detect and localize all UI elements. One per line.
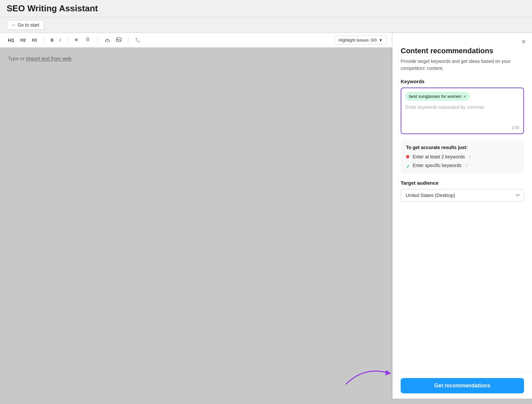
highlight-issues-button[interactable]: Highlight issues 0/0 ▼ — [334, 36, 387, 45]
toolbar-divider-2 — [67, 37, 68, 44]
get-recommendations-button[interactable]: Get recommendations — [401, 378, 524, 393]
import-link[interactable]: Import text from web — [26, 56, 71, 61]
main-layout: H1 H2 H3 B I ≣ ☰ — [0, 33, 532, 399]
editor-toolbar: H1 H2 H3 B I ≣ ☰ — [0, 33, 392, 48]
hamburger-button[interactable]: ≡ — [520, 37, 527, 47]
highlight-issues-label: Highlight issues — [338, 38, 369, 43]
go-to-start-button[interactable]: ← Go to start — [7, 20, 44, 30]
keywords-label: Keywords — [401, 79, 524, 84]
tips-box: To get accurate results just: Enter at l… — [401, 139, 524, 173]
editor-area: H1 H2 H3 B I ≣ ☰ — [0, 33, 392, 399]
keywords-input-box[interactable]: best sunglasses for women × Enter keywor… — [401, 88, 524, 134]
top-bar: SEO Writing Assistant — [0, 0, 532, 17]
toolbar-divider-1 — [44, 37, 44, 44]
svg-text:≣: ≣ — [74, 37, 78, 42]
panel-title: Content recommendations — [401, 47, 524, 55]
tip-1: Enter at least 2 keywords i — [406, 154, 519, 159]
svg-text:☰: ☰ — [86, 37, 90, 42]
keyword-tag-remove-button[interactable]: × — [464, 94, 466, 99]
keywords-counter: 1/30 — [512, 125, 519, 130]
nav-bar: ← Go to start — [0, 17, 532, 33]
list-group: ≣ ☰ — [72, 36, 94, 44]
placeholder-text: Type or — [8, 56, 26, 61]
tip-1-dot — [406, 155, 409, 158]
unordered-list-button[interactable]: ☰ — [83, 36, 94, 44]
panel-footer: Get recommendations — [393, 372, 532, 399]
format-group: B I — [48, 36, 64, 44]
toolbar-divider-4 — [128, 37, 128, 44]
tip-2-text: Enter specific keywords — [413, 163, 462, 168]
ordered-list-button[interactable]: ≣ — [72, 36, 82, 44]
image-button[interactable] — [113, 36, 124, 44]
tip-1-text: Enter at least 2 keywords — [413, 154, 465, 159]
heading-group: H1 H2 H3 — [5, 36, 40, 44]
audience-select[interactable]: United States (Desktop) United Kingdom (… — [401, 189, 524, 202]
link-button[interactable] — [102, 36, 113, 44]
panel-content: Content recommendations Provide target k… — [393, 47, 532, 372]
editor-content[interactable]: Type or Import text from web — [0, 48, 392, 399]
keywords-placeholder: Enter keywords separated by commas — [405, 104, 519, 110]
highlight-chevron-icon: ▼ — [379, 38, 383, 43]
tip-1-info[interactable]: i — [469, 154, 470, 159]
editor-placeholder: Type or Import text from web — [8, 56, 71, 61]
keyword-tag: best sunglasses for women × — [405, 92, 470, 101]
panel-description: Provide target keywords and get ideas ba… — [401, 58, 524, 72]
tip-2: ✓ Enter specific keywords i — [406, 163, 519, 168]
clear-format-button[interactable]: Tx — [132, 36, 142, 45]
tip-2-checkmark: ✓ — [406, 164, 409, 167]
app-title: SEO Writing Assistant — [7, 3, 98, 14]
bold-button[interactable]: B — [48, 36, 56, 44]
insert-group — [102, 36, 124, 44]
italic-button[interactable]: I — [57, 36, 64, 44]
keyword-tag-text: best sunglasses for women — [409, 94, 462, 99]
tips-title: To get accurate results just: — [406, 145, 519, 150]
right-panel: ≡ Content recommendations Provide target… — [392, 33, 532, 399]
target-audience-label: Target audience — [401, 180, 524, 186]
panel-header: ≡ — [393, 33, 532, 47]
tip-2-info[interactable]: i — [466, 163, 467, 168]
h1-button[interactable]: H1 — [5, 36, 17, 44]
target-audience-section: Target audience United States (Desktop) … — [401, 180, 524, 202]
toolbar-divider-3 — [98, 37, 98, 44]
h2-button[interactable]: H2 — [18, 36, 29, 44]
h3-button[interactable]: H3 — [29, 37, 40, 44]
highlight-count: 0/0 — [371, 38, 377, 43]
